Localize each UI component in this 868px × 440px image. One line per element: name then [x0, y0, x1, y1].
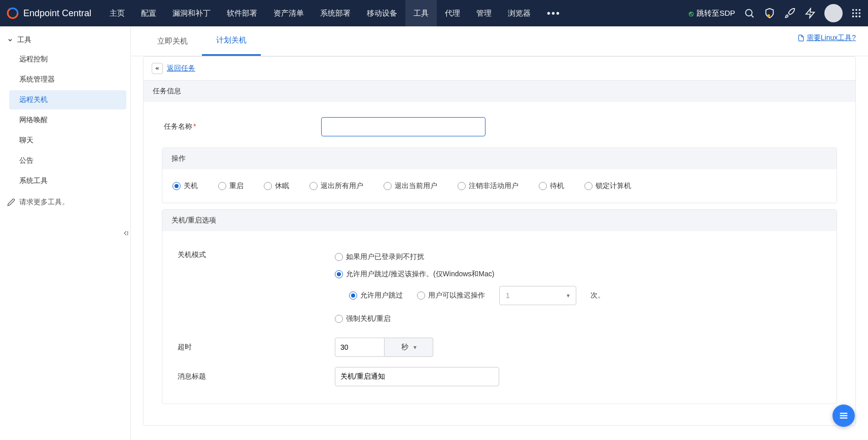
mode-allow-skip-delay[interactable]: 允许用户跳过/推迟该操作。(仅Windows和Mac) — [335, 270, 494, 279]
message-title-input[interactable] — [335, 367, 499, 386]
nav-agent[interactable]: 代理 — [437, 0, 468, 26]
main-content: 立即关机 计划关机 需要Linux工具? 返回任务 任务信息 任务名称* — [131, 26, 868, 440]
submode-user-delay[interactable]: 用户可以推迟操作 — [417, 291, 485, 300]
sidebar-group-tools[interactable]: 工具 — [0, 31, 130, 49]
radio-icon — [309, 182, 318, 190]
search-icon[interactable] — [743, 7, 755, 19]
nav-browser[interactable]: 浏览器 — [500, 0, 539, 26]
delay-count-select[interactable]: 1 ▾ — [499, 286, 576, 305]
nav-software[interactable]: 软件部署 — [219, 0, 265, 26]
tab-shutdown-scheduled[interactable]: 计划关机 — [202, 26, 261, 56]
task-name-label: 任务名称* — [144, 122, 321, 131]
mode-dnd[interactable]: 如果用户已登录则不打扰 — [335, 252, 424, 262]
logo-icon — [6, 7, 19, 20]
radio-icon — [172, 182, 181, 190]
nav-patch[interactable]: 漏洞和补丁 — [164, 0, 219, 26]
radio-icon — [584, 182, 593, 190]
radio-icon — [458, 182, 466, 190]
svg-point-2 — [746, 10, 752, 16]
avatar[interactable] — [824, 4, 843, 22]
message-title-label: 消息标题 — [172, 372, 335, 381]
double-chevron-left-icon — [154, 66, 161, 71]
times-suffix: 次。 — [591, 291, 605, 300]
bolt-icon[interactable] — [804, 7, 816, 19]
op-hibernate[interactable]: 休眠 — [264, 181, 289, 191]
note-icon — [797, 34, 805, 42]
svg-point-6 — [855, 9, 857, 11]
timeout-label: 超时 — [172, 343, 335, 352]
sdp-icon: ⎋ — [689, 9, 693, 18]
brand-text: Endpoint Central — [23, 8, 91, 19]
timeout-input[interactable] — [335, 338, 385, 357]
operation-options: 关机 重启 休眠 退出所有用户 退出当前用户 注销非活动用户 待机 锁定计算机 — [172, 181, 826, 191]
svg-line-3 — [751, 15, 753, 17]
shutdown-mode-label: 关机模式 — [172, 248, 335, 260]
nav-mobile[interactable]: 移动设备 — [359, 0, 405, 26]
sdp-link[interactable]: ⎋ 跳转至SDP — [689, 9, 735, 18]
operation-panel: 操作 关机 重启 休眠 退出所有用户 退出当前用户 注销非活动用户 待机 锁定计… — [162, 148, 837, 203]
tabs: 立即关机 计划关机 需要Linux工具? — [131, 26, 868, 56]
op-logoff-current[interactable]: 退出当前用户 — [384, 181, 437, 191]
back-link[interactable]: 返回任务 — [167, 64, 195, 73]
operation-header: 操作 — [162, 148, 837, 169]
svg-point-12 — [855, 16, 857, 18]
nav-admin[interactable]: 管理 — [468, 0, 500, 26]
submode-allow-skip[interactable]: 允许用户跳过 — [349, 291, 403, 300]
back-button[interactable] — [152, 63, 163, 74]
op-shutdown[interactable]: 关机 — [172, 181, 198, 191]
sidebar-item-remote-shutdown[interactable]: 远程关机 — [9, 90, 126, 109]
sidebar-item-remote-control[interactable]: 远程控制 — [9, 50, 126, 69]
apps-grid-icon[interactable] — [851, 8, 862, 19]
section-task-info-header: 任务信息 — [144, 80, 855, 102]
rocket-icon[interactable] — [784, 7, 796, 19]
op-restart[interactable]: 重启 — [218, 181, 244, 191]
op-lock[interactable]: 锁定计算机 — [584, 181, 631, 191]
svg-point-5 — [852, 9, 854, 11]
chevron-down-icon: ▾ — [413, 344, 416, 351]
timeout-unit-select[interactable]: 秒 ▾ — [385, 338, 433, 357]
nav-config[interactable]: 配置 — [133, 0, 164, 26]
task-name-input[interactable] — [321, 117, 485, 136]
sidebar: 工具 远程控制 系统管理器 远程关机 网络唤醒 聊天 公告 系统工具 请求更多工… — [0, 26, 131, 440]
brand[interactable]: Endpoint Central — [6, 7, 91, 20]
sidebar-item-system-manager[interactable]: 系统管理器 — [9, 70, 126, 89]
nav-tools[interactable]: 工具 — [405, 0, 437, 26]
svg-point-9 — [855, 12, 857, 14]
radio-icon — [349, 291, 357, 300]
chevron-down-icon: ▾ — [567, 292, 570, 299]
help-fab[interactable] — [832, 405, 855, 427]
radio-icon — [539, 182, 547, 190]
sidebar-request-more[interactable]: 请求更多工具。 — [0, 192, 130, 213]
linux-tools-link-text: 需要Linux工具? — [807, 33, 856, 43]
sidebar-item-chat[interactable]: 聊天 — [9, 131, 126, 150]
linux-tools-link[interactable]: 需要Linux工具? — [797, 33, 856, 43]
shield-icon[interactable] — [763, 7, 776, 19]
tab-shutdown-now[interactable]: 立即关机 — [143, 27, 202, 55]
nav-more[interactable]: ••• — [539, 0, 569, 26]
sidebar-collapse[interactable] — [120, 226, 130, 240]
op-logoff-inactive[interactable]: 注销非活动用户 — [458, 181, 518, 191]
svg-marker-4 — [806, 9, 815, 18]
radio-icon — [384, 182, 392, 190]
op-standby[interactable]: 待机 — [539, 181, 564, 191]
svg-point-11 — [852, 16, 854, 18]
radio-icon — [264, 182, 272, 190]
svg-point-13 — [859, 16, 861, 18]
pencil-icon — [7, 198, 15, 206]
nav-inventory[interactable]: 资产清单 — [265, 0, 312, 26]
nav-home[interactable]: 主页 — [101, 0, 133, 26]
svg-point-10 — [859, 12, 861, 14]
sidebar-item-announcement[interactable]: 公告 — [9, 151, 126, 170]
shutdown-options-header: 关机/重启选项 — [162, 210, 837, 231]
chevron-down-icon — [7, 37, 13, 43]
nav-osdeploy[interactable]: 系统部署 — [312, 0, 359, 26]
menu-icon — [838, 410, 849, 421]
op-logoff-all[interactable]: 退出所有用户 — [309, 181, 363, 191]
main-nav: 主页 配置 漏洞和补丁 软件部署 资产清单 系统部署 移动设备 工具 代理 管理… — [101, 0, 569, 26]
content-card: 返回任务 任务信息 任务名称* 操作 关机 重启 休眠 — [143, 56, 856, 426]
svg-point-8 — [852, 12, 854, 14]
sidebar-item-system-tools[interactable]: 系统工具 — [9, 171, 126, 191]
mode-force[interactable]: 强制关机/重启 — [335, 314, 391, 323]
sidebar-item-wake-on-lan[interactable]: 网络唤醒 — [9, 111, 126, 130]
radio-icon — [417, 291, 425, 300]
